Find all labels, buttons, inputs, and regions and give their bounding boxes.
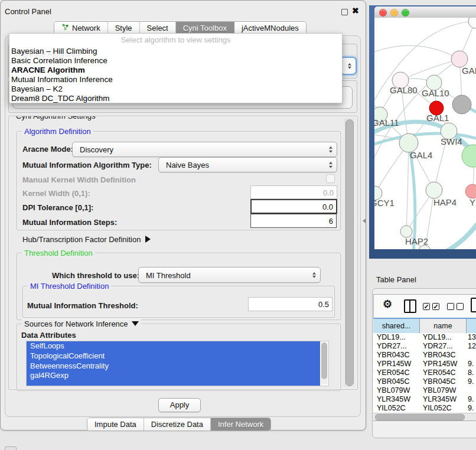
list-scrollbar-thumb[interactable] bbox=[321, 343, 327, 379]
attribute-item[interactable]: gal4RGexp bbox=[27, 371, 320, 381]
table-cell: 12 bbox=[468, 342, 476, 351]
node-label: GAL10 bbox=[422, 88, 449, 98]
mi-steps-field[interactable]: 6 bbox=[250, 214, 337, 228]
column-header-partial[interactable] bbox=[467, 319, 476, 333]
mi-threshold-definition-legend: MI Threshold Definition bbox=[28, 282, 111, 291]
tab-jactivemnodules[interactable]: jActiveMNodules bbox=[234, 22, 306, 34]
algorithm-combo-focus-fragment[interactable] bbox=[340, 57, 357, 75]
table-row[interactable]: YER054CYER054C8. bbox=[373, 369, 476, 377]
tab-label: Infer Network bbox=[218, 419, 263, 429]
minimize-traffic-light[interactable] bbox=[390, 9, 398, 17]
table-row[interactable]: YBR045CYBR045C9. bbox=[373, 377, 476, 386]
unchecked-checkbox-icon[interactable] bbox=[447, 303, 454, 310]
table-cell: 13 bbox=[468, 333, 476, 342]
attribute-item[interactable]: TopologicalCoefficient bbox=[27, 351, 320, 361]
gear-icon[interactable]: ⚙ bbox=[383, 298, 392, 311]
table-cell: 9. bbox=[468, 377, 474, 386]
document-icon[interactable] bbox=[471, 298, 476, 312]
table-row[interactable]: YIL052CYIL052C9. bbox=[373, 404, 476, 413]
column-header-name[interactable]: name bbox=[420, 319, 467, 333]
tab-network[interactable]: Network bbox=[54, 22, 108, 34]
tab-label: Impute Data bbox=[94, 419, 136, 429]
tab-label: Cyni Toolbox bbox=[183, 23, 227, 33]
table-cell: YDL19... bbox=[423, 333, 452, 342]
table-row[interactable]: YBL079WYBL079W bbox=[373, 386, 476, 395]
combo-stepper-icon bbox=[348, 63, 351, 69]
network-node-gal[interactable] bbox=[451, 51, 468, 67]
checked-checkbox-icon[interactable]: ✓ bbox=[423, 303, 430, 310]
hub-definition-toggle[interactable]: Hub/Transcription Factor Definition bbox=[22, 235, 151, 244]
node-label: HAP4 bbox=[433, 197, 457, 207]
hub-definition-label: Hub/Transcription Factor Definition bbox=[22, 235, 141, 244]
network-edge-highlighted[interactable] bbox=[441, 220, 476, 249]
settings-scrollbar-thumb[interactable] bbox=[345, 119, 354, 386]
manual-kernel-checkbox[interactable] bbox=[326, 174, 335, 183]
algorithm-option[interactable]: Mutual Information Inference bbox=[9, 75, 342, 84]
table-row[interactable]: YPR145WYPR145W9. bbox=[373, 360, 476, 369]
tab-label: Style bbox=[115, 23, 132, 33]
column-header-shared[interactable]: shared... bbox=[373, 319, 420, 333]
stepper-icon bbox=[329, 162, 332, 168]
tab-impute-data[interactable]: Impute Data bbox=[87, 418, 144, 431]
tab-cyni-toolbox[interactable]: Cyni Toolbox bbox=[176, 22, 234, 34]
network-edge[interactable] bbox=[406, 143, 409, 231]
table-cell: YER054C bbox=[423, 369, 456, 377]
checked-checkbox-icon[interactable]: ✓ bbox=[432, 303, 439, 310]
tab-discretize-data[interactable]: Discretize Data bbox=[144, 418, 211, 431]
mi-threshold-field[interactable]: 0.5 bbox=[248, 297, 332, 311]
network-node[interactable] bbox=[452, 95, 471, 114]
sources-legend[interactable]: Sources for Network Inference bbox=[22, 319, 141, 328]
table-row[interactable]: YLR345WYLR345W9. bbox=[373, 395, 476, 404]
network-node-y[interactable] bbox=[465, 184, 476, 198]
bottom-tab-bar: Impute DataDiscretize DataInfer Network bbox=[87, 418, 271, 431]
panel-divider-handle[interactable] bbox=[363, 219, 366, 223]
network-node[interactable] bbox=[462, 145, 476, 167]
network-edge[interactable] bbox=[374, 45, 459, 59]
split-table-icon[interactable] bbox=[404, 299, 416, 313]
stepper-icon bbox=[329, 146, 332, 153]
zoom-traffic-light[interactable] bbox=[402, 9, 409, 17]
mi-steps-label: Mutual Information Steps: bbox=[22, 218, 117, 227]
close-traffic-light[interactable] bbox=[379, 9, 387, 17]
network-window-titlebar[interactable] bbox=[374, 6, 476, 18]
kernel-width-field[interactable]: 0.0 bbox=[250, 185, 337, 199]
which-threshold-value: MI Threshold bbox=[146, 270, 191, 279]
attribute-item[interactable]: BetweennessCentrality bbox=[27, 361, 320, 371]
network-node-hap2[interactable] bbox=[400, 226, 412, 237]
mi-threshold-label: Mutual Information Threshold: bbox=[27, 301, 138, 310]
mi-type-label: Mutual Information Algorithm Type: bbox=[22, 161, 152, 169]
tab-select[interactable]: Select bbox=[140, 22, 176, 34]
network-canvas[interactable]: GALGAL80GAL10GAL1GAL11SWI4GAL4GCY1HAP4YH… bbox=[374, 18, 476, 249]
unchecked-checkbox-icon[interactable] bbox=[457, 303, 464, 310]
network-graph[interactable]: GALGAL80GAL10GAL1GAL11SWI4GAL4GCY1HAP4YH… bbox=[374, 18, 476, 249]
node-label: GAL bbox=[462, 66, 476, 76]
float-window-icon[interactable] bbox=[341, 9, 348, 15]
list-scrollbar-track[interactable] bbox=[321, 342, 328, 384]
node-label: GAL1 bbox=[426, 113, 449, 123]
table-row[interactable]: YBR043CYBR043C bbox=[373, 351, 476, 360]
tab-label: Network bbox=[72, 23, 100, 33]
table-row[interactable]: YDR27...YDR27...12 bbox=[373, 342, 476, 351]
network-node[interactable] bbox=[468, 18, 476, 28]
apply-button[interactable]: Apply bbox=[158, 398, 201, 412]
aracne-mode-label: Aracne Mode: bbox=[22, 145, 73, 154]
data-attributes-list[interactable]: SelfLoopsTopologicalCoefficientBetweenne… bbox=[26, 341, 329, 386]
attribute-item[interactable]: SelfLoops bbox=[27, 341, 320, 351]
table-hscrollbar-thumb[interactable] bbox=[375, 414, 465, 420]
tab-infer-network[interactable]: Infer Network bbox=[211, 418, 270, 431]
collapsed-panel-icon[interactable] bbox=[5, 446, 17, 450]
table-row[interactable]: YDL19...YDL19...13 bbox=[373, 333, 476, 342]
network-node-hap4[interactable] bbox=[426, 182, 442, 198]
algorithm-placeholder: Select algorithm to view settings bbox=[9, 35, 342, 44]
attribute-item-partial[interactable] bbox=[27, 381, 320, 386]
aracne-mode-select[interactable]: Discovery bbox=[72, 142, 337, 157]
which-threshold-select[interactable]: MI Threshold bbox=[138, 267, 321, 283]
dpi-tolerance-field[interactable]: 0.0 bbox=[250, 199, 337, 214]
close-icon[interactable]: ✖ bbox=[352, 6, 359, 15]
table-cell: 9. bbox=[468, 360, 474, 369]
threshold-definition-legend: Threshold Definition bbox=[22, 249, 95, 257]
tab-style[interactable]: Style bbox=[108, 22, 140, 34]
aracne-mode-value: Discovery bbox=[80, 145, 113, 154]
algorithm-option[interactable]: ARACNE Algorithm bbox=[9, 66, 342, 75]
mi-type-select[interactable]: Naive Bayes bbox=[158, 157, 337, 172]
